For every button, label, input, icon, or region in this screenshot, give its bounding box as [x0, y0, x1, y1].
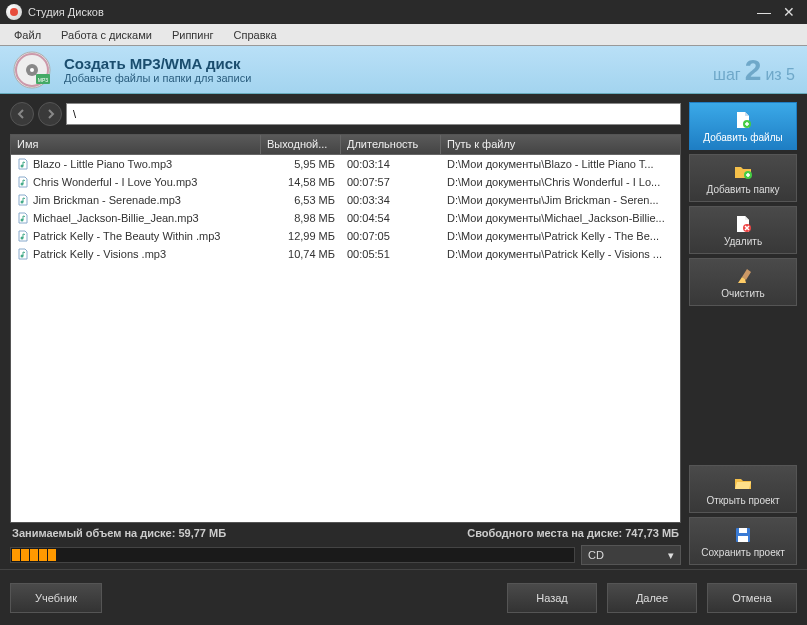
step-prefix: шаг: [713, 66, 741, 84]
file-add-icon: [733, 110, 753, 130]
nav-back-button[interactable]: [10, 102, 34, 126]
svg-rect-17: [738, 536, 748, 542]
file-name: Patrick Kelly - Visions .mp3: [33, 248, 166, 260]
clear-button[interactable]: Очистить: [689, 258, 797, 306]
tutorial-button[interactable]: Учебник: [10, 583, 102, 613]
disc-icon: MP3: [12, 50, 52, 90]
file-size: 8,98 МБ: [261, 212, 341, 224]
file-size: 12,99 МБ: [261, 230, 341, 242]
clear-label: Очистить: [721, 288, 765, 299]
content: Имя Выходной... Длительность Путь к файл…: [0, 94, 807, 569]
window-controls: — ✕: [757, 4, 801, 20]
table-row[interactable]: Patrick Kelly - Visions .mp310,74 МБ00:0…: [11, 245, 680, 263]
delete-label: Удалить: [724, 236, 762, 247]
add-folder-label: Добавить папку: [707, 184, 780, 195]
table-row[interactable]: Blazo - Little Piano Two.mp35,95 МБ00:03…: [11, 155, 680, 173]
status-free: Свободного места на диске: 747,73 МБ: [467, 527, 679, 539]
svg-rect-16: [739, 528, 747, 533]
file-size: 5,95 МБ: [261, 158, 341, 170]
file-path: D:\Мои документы\Patrick Kelly - Visions…: [441, 248, 680, 260]
file-name: Chris Wonderful - I Love You.mp3: [33, 176, 197, 188]
file-size: 14,58 МБ: [261, 176, 341, 188]
file-duration: 00:03:14: [341, 158, 441, 170]
meter-segment: [12, 549, 20, 561]
folder-open-icon: [733, 473, 753, 493]
file-name: Patrick Kelly - The Beauty Within .mp3: [33, 230, 220, 242]
file-table: Имя Выходной... Длительность Путь к файл…: [10, 134, 681, 523]
file-duration: 00:03:34: [341, 194, 441, 206]
open-project-label: Открыть проект: [706, 495, 779, 506]
table-body: Blazo - Little Piano Two.mp35,95 МБ00:03…: [11, 155, 680, 522]
col-path[interactable]: Путь к файлу: [441, 135, 680, 154]
add-files-label: Добавить файлы: [703, 132, 782, 143]
menu-disks[interactable]: Работа с дисками: [53, 27, 160, 43]
file-path: D:\Мои документы\Jim Brickman - Seren...: [441, 194, 680, 206]
back-button[interactable]: Назад: [507, 583, 597, 613]
file-name: Michael_Jackson-Billie_Jean.mp3: [33, 212, 199, 224]
music-file-icon: [17, 176, 29, 188]
col-name[interactable]: Имя: [11, 135, 261, 154]
music-file-icon: [17, 230, 29, 242]
file-path: D:\Мои документы\Chris Wonderful - I Lo.…: [441, 176, 680, 188]
save-project-button[interactable]: Сохранить проект: [689, 517, 797, 565]
minimize-button[interactable]: —: [757, 4, 771, 20]
nav-forward-button[interactable]: [38, 102, 62, 126]
drive-selected: CD: [588, 549, 604, 561]
file-name: Jim Brickman - Serenade.mp3: [33, 194, 181, 206]
close-button[interactable]: ✕: [783, 4, 795, 20]
music-file-icon: [17, 248, 29, 260]
titlebar: Студия Дисков — ✕: [0, 0, 807, 24]
table-row[interactable]: Jim Brickman - Serenade.mp36,53 МБ00:03:…: [11, 191, 680, 209]
menu-file[interactable]: Файл: [6, 27, 49, 43]
delete-button[interactable]: Удалить: [689, 206, 797, 254]
menu-help[interactable]: Справка: [226, 27, 285, 43]
table-header: Имя Выходной... Длительность Путь к файл…: [11, 135, 680, 155]
meter-segment: [48, 549, 56, 561]
status-used: Занимаемый объем на диске: 59,77 МБ: [12, 527, 226, 539]
chevron-down-icon: ▾: [668, 549, 674, 562]
open-project-button[interactable]: Открыть проект: [689, 465, 797, 513]
status-bar: Занимаемый объем на диске: 59,77 МБ Своб…: [10, 523, 681, 543]
save-icon: [733, 525, 753, 545]
add-folder-button[interactable]: Добавить папку: [689, 154, 797, 202]
add-files-button[interactable]: Добавить файлы: [689, 102, 797, 150]
left-column: Имя Выходной... Длительность Путь к файл…: [10, 102, 681, 565]
arrow-right-icon: [44, 108, 56, 120]
step-of: из 5: [765, 66, 795, 84]
next-button[interactable]: Далее: [607, 583, 697, 613]
app-title: Студия Дисков: [28, 6, 104, 18]
menubar: Файл Работа с дисками Риппинг Справка: [0, 24, 807, 46]
file-path: D:\Мои документы\Patrick Kelly - The Be.…: [441, 230, 680, 242]
table-row[interactable]: Chris Wonderful - I Love You.mp314,58 МБ…: [11, 173, 680, 191]
menu-ripping[interactable]: Риппинг: [164, 27, 222, 43]
page-subtitle: Добавьте файлы и папки для записи: [64, 72, 251, 84]
path-input[interactable]: [66, 103, 681, 125]
svg-point-3: [30, 68, 34, 72]
col-size[interactable]: Выходной...: [261, 135, 341, 154]
col-duration[interactable]: Длительность: [341, 135, 441, 154]
step-indicator: шаг 2 из 5: [713, 53, 795, 87]
folder-add-icon: [733, 162, 753, 182]
page-title: Создать MP3/WMA диск: [64, 55, 251, 72]
sidebar: Добавить файлы Добавить папку Удалить Оч…: [689, 102, 797, 565]
drive-select[interactable]: CD ▾: [581, 545, 681, 565]
file-size: 6,53 МБ: [261, 194, 341, 206]
step-number: 2: [745, 53, 762, 87]
save-project-label: Сохранить проект: [701, 547, 785, 558]
file-duration: 00:07:57: [341, 176, 441, 188]
broom-icon: [733, 266, 753, 286]
arrow-left-icon: [16, 108, 28, 120]
table-row[interactable]: Michael_Jackson-Billie_Jean.mp38,98 МБ00…: [11, 209, 680, 227]
cancel-button[interactable]: Отмена: [707, 583, 797, 613]
file-duration: 00:05:51: [341, 248, 441, 260]
file-delete-icon: [733, 214, 753, 234]
file-path: D:\Мои документы\Blazo - Little Piano T.…: [441, 158, 680, 170]
table-row[interactable]: Patrick Kelly - The Beauty Within .mp312…: [11, 227, 680, 245]
music-file-icon: [17, 212, 29, 224]
file-duration: 00:04:54: [341, 212, 441, 224]
capacity-meter: [10, 547, 575, 563]
file-path: D:\Мои документы\Michael_Jackson-Billie.…: [441, 212, 680, 224]
meter-segment: [30, 549, 38, 561]
svg-text:MP3: MP3: [38, 77, 49, 83]
header-texts: Создать MP3/WMA диск Добавьте файлы и па…: [64, 55, 251, 84]
